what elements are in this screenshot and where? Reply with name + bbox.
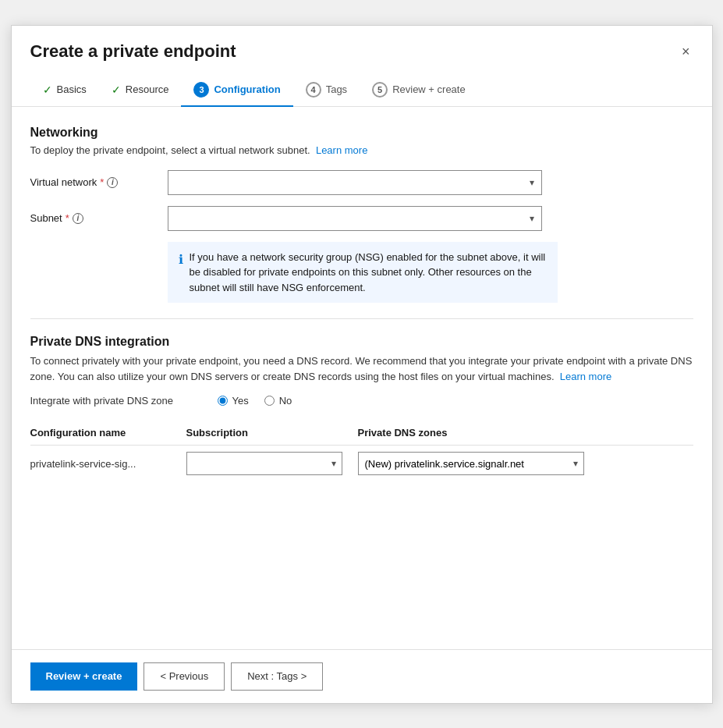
section-divider — [30, 318, 693, 319]
radio-yes-option[interactable]: Yes — [218, 395, 249, 407]
subscription-select[interactable] — [186, 452, 342, 475]
integrate-dns-row: Integrate with private DNS zone Yes No — [30, 395, 693, 407]
nsg-info-circle-icon: ℹ — [179, 250, 183, 269]
tags-circle: 4 — [306, 82, 321, 98]
subnet-select[interactable] — [168, 206, 542, 231]
subnet-info-icon[interactable]: i — [73, 213, 83, 224]
review-circle: 5 — [372, 82, 388, 98]
subscription-select-wrapper: ▾ — [186, 452, 342, 475]
col-header-subscription: Subscription — [186, 422, 358, 446]
subscription-cell: ▾ — [186, 446, 358, 482]
resource-check-icon: ✓ — [112, 83, 121, 96]
tab-review-label: Review + create — [392, 83, 466, 95]
subnet-select-wrapper: ▾ — [168, 206, 542, 231]
tab-basics[interactable]: ✓ Basics — [30, 76, 99, 105]
tab-review[interactable]: 5 Review + create — [360, 74, 478, 107]
networking-learn-more-link[interactable]: Learn more — [316, 144, 367, 156]
subnet-required: * — [66, 212, 69, 224]
tab-resource-label: Resource — [126, 83, 169, 95]
col-header-config-name: Configuration name — [30, 422, 186, 446]
virtual-network-info-icon[interactable]: i — [107, 177, 118, 188]
basics-check-icon: ✓ — [43, 83, 52, 96]
dialog-footer: Review + create < Previous Next : Tags > — [12, 649, 712, 703]
virtual-network-select-wrapper: ▾ — [168, 170, 542, 195]
dns-table: Configuration name Subscription Private … — [30, 422, 693, 481]
dialog-header: Create a private endpoint × — [12, 26, 712, 62]
subnet-label: Subnet * i — [30, 212, 155, 224]
nsg-notice: ℹ If you have a network security group (… — [168, 242, 558, 304]
nsg-notice-text: If you have a network security group (NS… — [190, 250, 547, 296]
configuration-circle: 3 — [193, 82, 209, 98]
next-tags-button[interactable]: Next : Tags > — [231, 662, 323, 691]
wizard-tabs: ✓ Basics ✓ Resource 3 Configuration 4 Ta… — [12, 62, 712, 107]
tab-basics-label: Basics — [57, 83, 87, 95]
dns-table-header-row: Configuration name Subscription Private … — [30, 422, 693, 446]
tab-tags-label: Tags — [326, 83, 347, 95]
radio-no-option[interactable]: No — [264, 395, 292, 407]
dns-learn-more-link[interactable]: Learn more — [560, 371, 611, 382]
dialog-content: Networking To deploy the private endpoin… — [12, 107, 712, 649]
radio-yes-label[interactable]: Yes — [232, 395, 249, 407]
tab-tags[interactable]: 4 Tags — [293, 74, 360, 107]
tab-resource[interactable]: ✓ Resource — [99, 76, 182, 105]
config-name-cell: privatelink-service-sig... — [30, 446, 186, 482]
table-row: privatelink-service-sig... ▾ — [30, 446, 693, 482]
radio-no-input[interactable] — [264, 396, 275, 406]
create-private-endpoint-dialog: Create a private endpoint × ✓ Basics ✓ R… — [11, 25, 713, 704]
dns-title: Private DNS integration — [30, 335, 693, 349]
dns-section: Private DNS integration To connect priva… — [30, 335, 693, 481]
subnet-row: Subnet * i ▾ — [30, 206, 693, 231]
review-create-button[interactable]: Review + create — [30, 662, 138, 691]
dns-zone-select-wrapper: (New) privatelink.service.signalr.net ▾ — [358, 452, 584, 475]
tab-configuration-label: Configuration — [214, 83, 280, 95]
integrate-dns-label: Integrate with private DNS zone — [30, 395, 202, 407]
dns-desc: To connect privately with your private e… — [30, 353, 693, 384]
tab-configuration[interactable]: 3 Configuration — [181, 74, 292, 107]
col-header-private-dns-zones: Private DNS zones — [358, 422, 693, 446]
networking-section: Networking To deploy the private endpoin… — [30, 126, 693, 304]
networking-desc: To deploy the private endpoint, select a… — [30, 144, 693, 156]
dns-zone-select[interactable]: (New) privatelink.service.signalr.net — [358, 452, 584, 475]
dialog-title: Create a private endpoint — [30, 41, 236, 62]
networking-title: Networking — [30, 126, 693, 140]
virtual-network-row: Virtual network * i ▾ — [30, 170, 693, 195]
radio-no-label[interactable]: No — [279, 395, 292, 407]
close-button[interactable]: × — [679, 41, 693, 62]
virtual-network-label: Virtual network * i — [30, 176, 155, 188]
dns-zone-cell: (New) privatelink.service.signalr.net ▾ — [358, 446, 693, 482]
radio-yes-input[interactable] — [218, 396, 228, 406]
virtual-network-required: * — [100, 176, 104, 188]
previous-button[interactable]: < Previous — [144, 662, 225, 691]
virtual-network-select[interactable] — [168, 170, 542, 195]
